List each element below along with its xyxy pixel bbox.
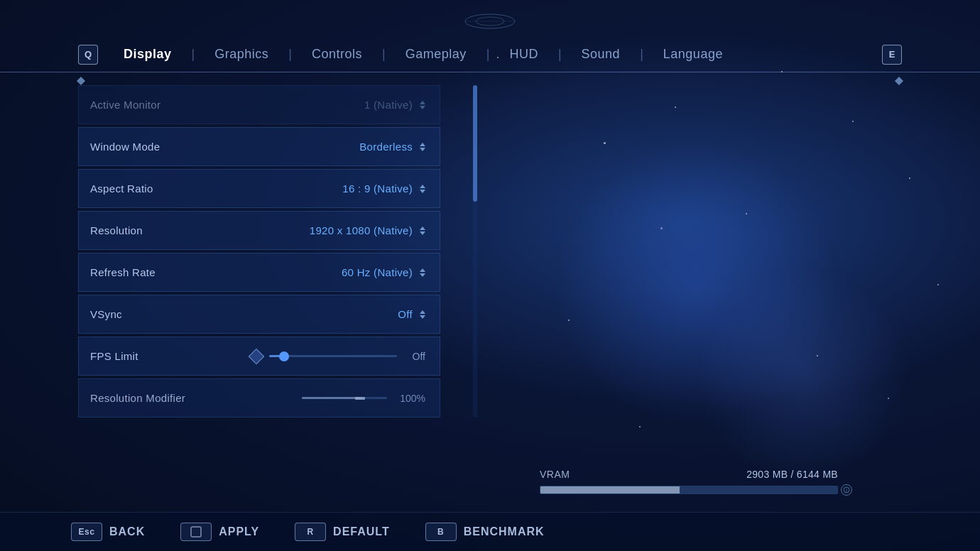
star [909, 178, 910, 179]
resolution-modifier-value: 100% [400, 393, 425, 404]
setting-refresh-rate[interactable]: Refresh Rate 60 Hz (Native) [78, 253, 440, 292]
back-key: Esc [71, 523, 102, 541]
vram-info-icon[interactable]: i [841, 484, 852, 496]
bg-glow-2 [696, 267, 909, 480]
header-deco-right [895, 75, 903, 88]
vram-value: 2903 MB / 6144 MB [746, 469, 838, 480]
resolution-modifier-slider-thumb[interactable] [355, 397, 365, 400]
refresh-rate-value-group: 60 Hz (Native) [342, 266, 425, 278]
setting-vsync[interactable]: VSync Off [78, 295, 440, 334]
arrow-up-icon [420, 101, 425, 104]
default-action[interactable]: R DEFAULT [295, 523, 390, 541]
resolution-arrows [420, 227, 425, 235]
vsync-label: VSync [90, 308, 122, 320]
svg-text:i: i [846, 488, 847, 493]
tab-gameplay[interactable]: Gameplay [386, 43, 486, 66]
svg-marker-3 [77, 77, 85, 85]
settings-list: Active Monitor 1 (Native) Window Mode Bo… [78, 85, 440, 418]
star [675, 107, 676, 108]
active-monitor-value-group: 1 (Native) [364, 99, 425, 111]
vram-remaining [680, 486, 837, 493]
setting-fps-limit[interactable]: FPS Limit Off [78, 337, 440, 376]
svg-rect-7 [191, 527, 201, 537]
resolution-label: Resolution [90, 224, 143, 236]
header-deco-left [77, 75, 85, 88]
resolution-modifier-label: Resolution Modifier [90, 392, 185, 404]
setting-resolution-modifier[interactable]: Resolution Modifier 100% [78, 378, 440, 418]
vram-label: VRAM [540, 469, 570, 480]
fps-limit-slider-thumb[interactable] [279, 351, 289, 361]
right-key-E[interactable]: E [882, 45, 902, 65]
setting-resolution[interactable]: Resolution 1920 x 1080 (Native) [78, 211, 440, 250]
apply-action[interactable]: APPLY [180, 523, 259, 541]
back-action[interactable]: Esc BACK [71, 523, 145, 541]
setting-aspect-ratio[interactable]: Aspect Ratio 16 : 9 (Native) [78, 169, 440, 208]
resolution-modifier-slider-group: 100% [185, 393, 425, 404]
window-mode-arrows [420, 143, 425, 151]
window-mode-value: Borderless [359, 141, 413, 153]
setting-active-monitor[interactable]: Active Monitor 1 (Native) [78, 85, 440, 124]
vram-bar [540, 486, 838, 494]
tab-hud[interactable]: HUD [489, 43, 558, 66]
setting-window-mode[interactable]: Window Mode Borderless [78, 127, 440, 166]
arrow-down-icon [420, 231, 425, 235]
resolution-value-group: 1920 x 1080 (Native) [310, 224, 425, 236]
resolution-modifier-slider-track[interactable] [302, 397, 387, 399]
logo-decoration [462, 7, 518, 36]
arrow-up-icon [420, 185, 425, 188]
refresh-rate-value: 60 Hz (Native) [342, 266, 413, 278]
fps-limit-slider-track[interactable] [269, 355, 397, 357]
back-label: BACK [109, 525, 145, 538]
vram-bar-wrapper: i [540, 486, 838, 494]
tab-list: Display | Graphics | Controls | Gameplay… [104, 43, 882, 66]
vsync-arrows [420, 310, 425, 319]
tab-controls[interactable]: Controls [292, 43, 382, 66]
star [817, 355, 818, 356]
settings-list-wrapper: Active Monitor 1 (Native) Window Mode Bo… [78, 85, 469, 418]
aspect-ratio-arrows [420, 185, 425, 193]
tab-display[interactable]: Display [104, 43, 192, 66]
active-monitor-value: 1 (Native) [364, 99, 413, 111]
refresh-rate-arrows [420, 268, 425, 277]
window-mode-label: Window Mode [90, 141, 160, 153]
aspect-ratio-value-group: 16 : 9 (Native) [342, 182, 425, 195]
apply-label: APPLY [219, 525, 259, 538]
scrollbar[interactable] [473, 85, 477, 418]
default-key: R [295, 523, 326, 541]
settings-panel: Active Monitor 1 (Native) Window Mode Bo… [78, 85, 469, 418]
arrow-up-icon [420, 268, 425, 272]
fps-limit-label: FPS Limit [90, 350, 138, 362]
vram-used [540, 486, 680, 493]
bottom-bar: Esc BACK APPLY R DEFAULT B BENCHMARK [0, 512, 980, 551]
default-label: DEFAULT [333, 525, 390, 538]
star [937, 284, 939, 285]
active-monitor-label: Active Monitor [90, 99, 160, 111]
benchmark-key: B [425, 523, 457, 541]
aspect-ratio-label: Aspect Ratio [90, 182, 153, 195]
active-monitor-arrows [420, 101, 425, 109]
vram-header: VRAM 2903 MB / 6144 MB [540, 469, 838, 480]
header: Q Display | Graphics | Controls | Gamepl… [0, 43, 980, 72]
fps-limit-slider-group: Off [138, 351, 425, 362]
vsync-value: Off [398, 308, 413, 320]
benchmark-action[interactable]: B BENCHMARK [425, 523, 545, 541]
arrow-up-icon [420, 227, 425, 230]
star [852, 121, 854, 122]
window-mode-value-group: Borderless [359, 141, 425, 153]
resolution-modifier-slider-fill [302, 397, 361, 399]
scrollbar-thumb [473, 85, 477, 202]
arrow-down-icon [420, 273, 425, 277]
tab-language[interactable]: Language [643, 43, 743, 66]
vsync-value-group: Off [398, 308, 425, 320]
star [639, 426, 641, 427]
tab-graphics[interactable]: Graphics [195, 43, 288, 66]
fps-limit-value: Off [404, 351, 425, 362]
arrow-down-icon [420, 190, 425, 193]
star [660, 227, 663, 229]
svg-marker-4 [895, 77, 903, 85]
star [568, 320, 570, 321]
left-key-Q[interactable]: Q [78, 45, 98, 65]
tab-sound[interactable]: Sound [562, 43, 641, 66]
fps-limit-diamond-icon [249, 348, 265, 364]
arrow-down-icon [420, 148, 425, 151]
